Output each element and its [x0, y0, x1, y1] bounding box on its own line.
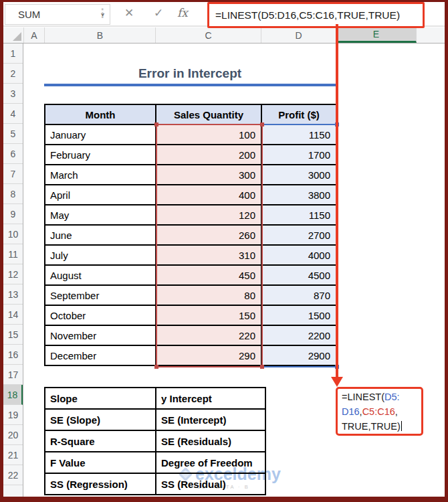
data-table: MonthSales QuantityProfit ($)January1001…	[44, 104, 337, 366]
cell-C20[interactable]: SE (Residuals)	[156, 431, 266, 452]
cell-D6[interactable]: 1700	[262, 145, 337, 165]
cell-D14[interactable]: 1500	[262, 306, 337, 326]
row-header-19[interactable]: 19	[3, 405, 23, 425]
cell-C22[interactable]: SS (Residual)	[156, 474, 266, 495]
row-header-16[interactable]: 16	[3, 345, 23, 365]
sheet-title-cell[interactable]: Error in Intercept	[44, 64, 336, 83]
cell-C13[interactable]: 80	[156, 286, 262, 306]
column-header-row: ABCDE	[3, 27, 445, 44]
cell-B21[interactable]: F Value	[45, 452, 156, 474]
cell-B22[interactable]: SS (Regression)	[45, 474, 156, 495]
name-box[interactable]: SUM ▾	[5, 4, 110, 25]
row-header-4[interactable]: 4	[3, 104, 23, 124]
cell-D8[interactable]: 3800	[262, 185, 337, 205]
column-header-a[interactable]: A	[24, 27, 45, 43]
cell-D5[interactable]: 1150	[262, 125, 337, 145]
row-header-12[interactable]: 12	[3, 264, 23, 284]
cell-C12[interactable]: 450	[156, 266, 262, 286]
formula-bar-separator-dots-icon: ⋮	[97, 3, 108, 23]
row-header-11[interactable]: 11	[3, 244, 23, 264]
cell-C16[interactable]: 290	[156, 346, 262, 366]
header-month[interactable]: Month	[45, 105, 156, 125]
row-header-20[interactable]: 20	[3, 425, 23, 445]
cell-C14[interactable]: 150	[156, 306, 262, 326]
cell-D7[interactable]: 3000	[262, 165, 337, 185]
text-cursor	[401, 421, 403, 431]
row-header-6[interactable]: 6	[3, 144, 23, 164]
cell-D12[interactable]: 4500	[262, 266, 337, 286]
formula-line-1: =LINEST(D5:	[342, 390, 421, 404]
cell-C10[interactable]: 260	[156, 226, 262, 246]
row-header-8[interactable]: 8	[3, 184, 23, 204]
output-labels-table: Slopey InterceptSE (Slope)SE (Intercept)…	[44, 387, 266, 495]
cell-B6[interactable]: February	[45, 145, 156, 165]
row-header-18[interactable]: 18	[3, 385, 23, 405]
cell-C19[interactable]: SE (Intercept)	[156, 410, 266, 431]
header-profit[interactable]: Profit ($)	[262, 105, 337, 125]
formula-bar-input[interactable]: =LINEST(D5:D16,C5:C16,TRUE,TRUE)	[215, 9, 400, 21]
cell-B20[interactable]: R-Square	[45, 431, 156, 452]
cell-B5[interactable]: January	[45, 125, 156, 145]
cell-B14[interactable]: October	[45, 306, 156, 326]
row-header-3[interactable]: 3	[3, 84, 23, 104]
row-header-10[interactable]: 10	[3, 224, 23, 244]
cell-B15[interactable]: November	[45, 326, 156, 346]
cell-B9[interactable]: May	[45, 205, 156, 226]
cell-B11[interactable]: July	[45, 246, 156, 266]
row-header-1[interactable]: 1	[3, 44, 23, 64]
cell-C5[interactable]: 100	[156, 125, 262, 145]
select-all-triangle-icon	[13, 32, 21, 41]
row-header-7[interactable]: 7	[3, 164, 23, 184]
cell-D13[interactable]: 870	[262, 286, 337, 306]
cell-D11[interactable]: 4000	[262, 246, 337, 266]
select-all-corner[interactable]	[3, 27, 24, 43]
cell-C9[interactable]: 120	[156, 205, 262, 226]
enter-icon[interactable]: ✓	[146, 3, 171, 23]
annotation-arrow-line	[336, 24, 338, 378]
insert-function-icon[interactable]: fx	[171, 3, 195, 23]
formula-segment: C5:C16	[362, 406, 395, 417]
formula-segment: ,	[395, 406, 398, 417]
cell-B19[interactable]: SE (Slope)	[45, 410, 156, 431]
cell-D9[interactable]: 1150	[262, 205, 337, 226]
row-header-2[interactable]: 2	[3, 64, 23, 84]
column-header-b[interactable]: B	[45, 27, 156, 43]
name-box-value: SUM	[18, 9, 40, 20]
cell-B12[interactable]: August	[45, 266, 156, 286]
cell-B16[interactable]: December	[45, 346, 156, 366]
cell-B10[interactable]: June	[45, 226, 156, 246]
column-header-c[interactable]: C	[156, 27, 261, 43]
cancel-icon[interactable]: ✕	[117, 3, 141, 23]
cell-D10[interactable]: 2700	[262, 226, 337, 246]
row-header-15[interactable]: 15	[3, 325, 23, 345]
cell-C21[interactable]: Degree of Freedom	[156, 452, 266, 474]
cell-B13[interactable]: September	[45, 286, 156, 306]
row-header-22[interactable]: 22	[3, 465, 23, 485]
cell-C6[interactable]: 200	[156, 145, 262, 165]
formula-segment: TRUE,TRUE)	[342, 421, 401, 432]
formula-bar: SUM ▾ ⋮ ✕ ✓ fx =LINEST(D5:D16,C5:C16,TRU…	[3, 2, 445, 27]
row-header-13[interactable]: 13	[3, 284, 23, 305]
cell-D16[interactable]: 2900	[262, 346, 337, 366]
header-sales-quantity[interactable]: Sales Quantity	[156, 105, 262, 125]
row-header-17[interactable]: 17	[3, 365, 23, 385]
cell-C8[interactable]: 400	[156, 185, 262, 205]
cell-D15[interactable]: 2200	[262, 326, 337, 346]
title-underline	[44, 84, 336, 86]
column-header-e[interactable]: E	[336, 27, 417, 43]
column-header-d[interactable]: D	[261, 27, 336, 43]
cell-B18[interactable]: Slope	[45, 388, 156, 410]
formula-line-3: TRUE,TRUE)	[342, 419, 421, 434]
row-header-9[interactable]: 9	[3, 204, 23, 224]
cell-B7[interactable]: March	[45, 165, 156, 185]
row-header-14[interactable]: 14	[3, 305, 23, 325]
cell-B8[interactable]: April	[45, 185, 156, 205]
row-header-21[interactable]: 21	[3, 445, 23, 465]
cell-C18[interactable]: y Intercept	[156, 388, 266, 410]
formula-segment: D16	[342, 406, 360, 417]
cell-C11[interactable]: 310	[156, 246, 262, 266]
in-cell-formula-box[interactable]: =LINEST(D5:D16,C5:C16,TRUE,TRUE)	[336, 387, 423, 436]
cell-C15[interactable]: 220	[156, 326, 262, 346]
row-header-5[interactable]: 5	[3, 124, 23, 144]
cell-C7[interactable]: 300	[156, 165, 262, 185]
